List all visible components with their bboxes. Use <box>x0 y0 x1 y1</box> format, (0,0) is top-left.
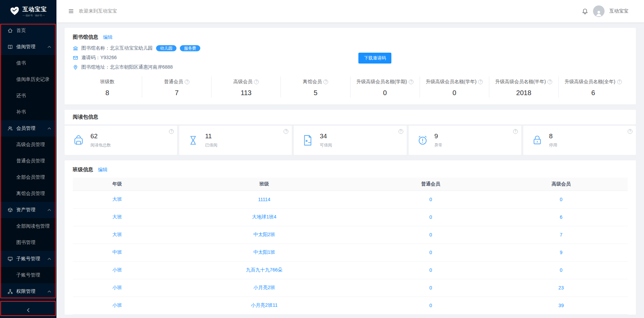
cell-regular[interactable]: 0 <box>367 208 494 226</box>
cell-class[interactable]: 小月亮2班11 <box>162 297 367 314</box>
backpack-icon <box>72 134 85 147</box>
stat-premium-members: 高级会员 113 <box>211 76 281 98</box>
cell-regular[interactable]: 0 <box>367 226 494 244</box>
library-address-text: 图书馆地址：北京市朝阳区通惠河南岸6888 <box>81 64 173 70</box>
sidebar-group-permissions[interactable]: 权限管理 <box>0 283 56 300</box>
cell-regular[interactable]: 0 <box>367 297 494 314</box>
cell-premium[interactable]: 0 <box>494 191 628 208</box>
download-invite-code-button[interactable]: 下载邀请码 <box>358 53 391 64</box>
class-table: 年级 班级 普通会员 高级会员 大班 11114 0 0 <box>73 178 628 315</box>
cell-grade[interactable]: 大班 <box>73 191 162 208</box>
stat-value: 6 <box>559 89 628 97</box>
menu-list-icon[interactable] <box>68 8 74 14</box>
cell-class[interactable]: 11114 <box>162 191 367 208</box>
class-edit-link[interactable]: 编辑 <box>98 167 107 173</box>
table-row: 大班 中太阳2班 0 7 <box>73 226 628 244</box>
cell-grade[interactable]: 中班 <box>73 244 162 261</box>
bell-icon[interactable] <box>582 8 588 15</box>
stat-label: 升级高级会员名额(学期) <box>356 79 407 85</box>
cell-premium[interactable]: 39 <box>494 297 628 314</box>
brand-name: 互动宝宝 <box>22 6 47 13</box>
cell-regular[interactable]: 0 <box>367 191 494 208</box>
cell-class[interactable]: 九百九十九766朵 <box>162 261 367 279</box>
chevron-up-icon <box>48 290 51 293</box>
cell-class[interactable]: 中太阳1班 <box>162 244 367 261</box>
main-content: 图书馆信息 编辑 图书馆名称：北京互动宝宝幼儿园 幼儿园 服务费 邀请码：Y93… <box>56 22 644 318</box>
cell-grade[interactable]: 大班 <box>73 226 162 244</box>
stat-value: 8 <box>73 89 142 97</box>
cell-regular[interactable]: 0 <box>367 244 494 261</box>
reading-stat-label: 阅读包总数 <box>90 142 111 148</box>
sidebar-item-label: 全部会员管理 <box>16 174 45 180</box>
library-name-text: 图书馆名称：北京互动宝宝幼儿园 <box>81 45 153 51</box>
sidebar-item-label: 补书 <box>16 109 26 115</box>
sidebar-item-return-book[interactable]: 还书 <box>0 88 56 104</box>
help-icon[interactable] <box>284 129 288 134</box>
sidebar-item-all-members[interactable]: 全部会员管理 <box>0 169 56 186</box>
cell-premium[interactable]: 9 <box>494 244 628 261</box>
sidebar-item-label: 普通会员管理 <box>16 158 45 164</box>
sidebar-group-members[interactable]: 会员管理 <box>0 120 56 137</box>
cell-regular[interactable]: 0 <box>367 279 494 297</box>
stat-value: 5 <box>281 89 350 97</box>
stat-value: 2018 <box>489 89 558 97</box>
sidebar-item-borrow-book[interactable]: 借书 <box>0 55 56 71</box>
reading-stat-value: 11 <box>205 132 217 140</box>
cell-grade[interactable]: 小班 <box>73 261 162 279</box>
sidebar-item-label: 借书 <box>16 60 26 66</box>
sidebar-item-book-management[interactable]: 图书管理 <box>0 234 56 251</box>
sidebar-item-subaccount-management[interactable]: 子账号管理 <box>0 267 56 283</box>
reading-stat-value: 34 <box>320 132 332 140</box>
sidebar-item-reading-packages[interactable]: 全部阅读包管理 <box>0 218 56 234</box>
cell-grade[interactable]: 小班 <box>73 297 162 314</box>
sidebar-group-label: 借阅管理 <box>16 44 35 50</box>
cell-premium[interactable]: 0 <box>494 261 628 279</box>
sidebar-item-departed-members[interactable]: 离馆会员管理 <box>0 186 56 202</box>
chevron-up-icon <box>48 46 51 48</box>
top-header: 欢迎来到互动宝宝 互动宝宝 <box>56 0 644 22</box>
cluster-icon <box>7 289 13 294</box>
sidebar-item-borrow-history[interactable]: 借阅单历史记录 <box>0 71 56 88</box>
help-icon[interactable] <box>628 129 632 134</box>
stat-label: 升级高级会员名额(全年) <box>564 79 615 85</box>
sidebar-group-subaccounts[interactable]: 子账号管理 <box>0 251 56 267</box>
help-icon[interactable] <box>617 80 622 84</box>
sidebar-group-label: 资产管理 <box>16 207 35 213</box>
help-icon[interactable] <box>399 129 403 134</box>
help-icon[interactable] <box>547 80 552 84</box>
user-name[interactable]: 互动宝宝 <box>609 8 628 14</box>
col-class: 班级 <box>162 178 367 191</box>
help-icon[interactable] <box>409 80 413 84</box>
sidebar-item-home[interactable]: 首页 <box>0 22 56 39</box>
content-column: 欢迎来到互动宝宝 互动宝宝 图书馆信息 编辑 图书馆名称：北京互动宝宝幼儿园 <box>56 0 644 318</box>
help-icon[interactable] <box>478 80 483 84</box>
help-icon[interactable] <box>169 129 174 134</box>
cell-class[interactable]: 小月亮2班 <box>162 279 367 297</box>
sidebar-item-replenish-book[interactable]: 补书 <box>0 104 56 120</box>
library-edit-link[interactable]: 编辑 <box>103 34 113 40</box>
sidebar-item-regular-members[interactable]: 普通会员管理 <box>0 153 56 169</box>
help-icon[interactable] <box>323 80 328 84</box>
sidebar-item-premium-members[interactable]: 高级会员管理 <box>0 137 56 153</box>
stat-label: 离馆会员 <box>303 79 322 85</box>
library-info-card: 图书馆信息 编辑 图书馆名称：北京互动宝宝幼儿园 幼儿园 服务费 邀请码：Y93… <box>65 28 636 104</box>
help-icon[interactable] <box>185 80 189 84</box>
table-row: 大班 11114 0 0 <box>73 191 628 208</box>
sidebar-group-assets[interactable]: 资产管理 <box>0 202 56 218</box>
cell-premium[interactable]: 7 <box>494 226 628 244</box>
table-row: 小班 小月亮2班 0 23 <box>73 279 628 297</box>
cell-grade[interactable]: 小班 <box>73 279 162 297</box>
cell-class[interactable]: 中太阳2班 <box>162 226 367 244</box>
cell-premium[interactable]: 23 <box>494 279 628 297</box>
service-fee-badge: 服务费 <box>180 45 200 51</box>
collapse-sidebar-button[interactable] <box>0 304 56 316</box>
sidebar-group-borrow[interactable]: 借阅管理 <box>0 39 56 55</box>
stat-upgrade-quota-semester: 升级高级会员名额(学期) 0 <box>350 76 420 98</box>
cell-class[interactable]: 大地球1班4 <box>162 208 367 226</box>
cell-grade[interactable]: 大班 <box>73 208 162 226</box>
avatar[interactable] <box>593 5 605 17</box>
cell-premium[interactable]: 6 <box>494 208 628 226</box>
cell-regular[interactable]: 0 <box>367 261 494 279</box>
help-icon[interactable] <box>513 129 518 134</box>
help-icon[interactable] <box>254 80 259 84</box>
